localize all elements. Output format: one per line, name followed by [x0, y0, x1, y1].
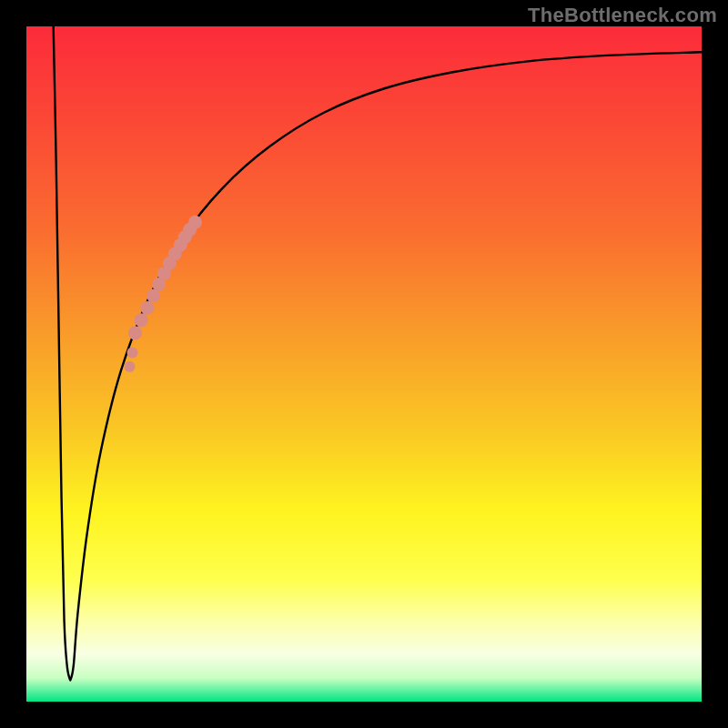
watermark-text: TheBottleneck.com: [528, 4, 717, 27]
chart-frame: TheBottleneck.com: [0, 0, 728, 728]
plot-area: [26, 26, 702, 702]
highlight-markers: [26, 26, 702, 702]
